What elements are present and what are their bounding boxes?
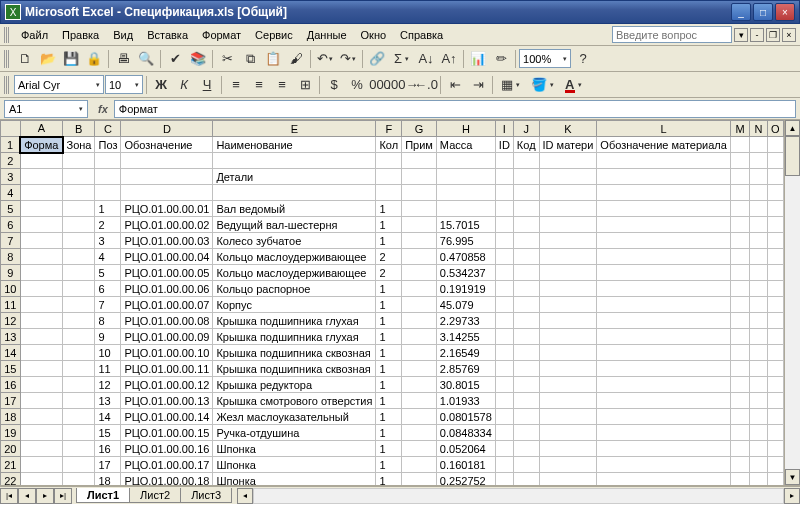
cell-L15[interactable]: [597, 361, 730, 377]
cell-N12[interactable]: [750, 313, 767, 329]
cell-I19[interactable]: [495, 425, 513, 441]
open-button[interactable]: 📂: [37, 48, 59, 70]
cell-J19[interactable]: [513, 425, 539, 441]
cell-N18[interactable]: [750, 409, 767, 425]
cell-M19[interactable]: [730, 425, 750, 441]
cell-M15[interactable]: [730, 361, 750, 377]
cell-H6[interactable]: 15.7015: [436, 217, 495, 233]
cell-I3[interactable]: [495, 169, 513, 185]
cell-B6[interactable]: [63, 217, 95, 233]
decrease-decimal-button[interactable]: ←.0: [415, 74, 437, 96]
cell-G14[interactable]: [402, 345, 437, 361]
cell-H7[interactable]: 76.995: [436, 233, 495, 249]
cell-J22[interactable]: [513, 473, 539, 486]
cell-A13[interactable]: [20, 329, 62, 345]
menu-справка[interactable]: Справка: [393, 27, 450, 43]
percent-button[interactable]: %: [346, 74, 368, 96]
cell-C9[interactable]: 5: [95, 265, 121, 281]
cell-G12[interactable]: [402, 313, 437, 329]
row-header-22[interactable]: 22: [1, 473, 21, 486]
cell-A6[interactable]: [20, 217, 62, 233]
cell-B8[interactable]: [63, 249, 95, 265]
cell-N19[interactable]: [750, 425, 767, 441]
cell-O2[interactable]: [767, 153, 783, 169]
cell-M14[interactable]: [730, 345, 750, 361]
cell-E15[interactable]: Крышка подшипника сквозная: [213, 361, 376, 377]
cell-K18[interactable]: [539, 409, 597, 425]
cell-B12[interactable]: [63, 313, 95, 329]
cell-G2[interactable]: [402, 153, 437, 169]
cell-J18[interactable]: [513, 409, 539, 425]
cell-O11[interactable]: [767, 297, 783, 313]
cell-J15[interactable]: [513, 361, 539, 377]
cell-G3[interactable]: [402, 169, 437, 185]
cell-L6[interactable]: [597, 217, 730, 233]
research-button[interactable]: 📚: [187, 48, 209, 70]
col-header-O[interactable]: O: [767, 121, 783, 137]
cell-G9[interactable]: [402, 265, 437, 281]
cell-D11[interactable]: РЦО.01.00.00.07: [121, 297, 213, 313]
row-header-8[interactable]: 8: [1, 249, 21, 265]
cell-B5[interactable]: [63, 201, 95, 217]
cell-I1[interactable]: ID: [495, 137, 513, 153]
cell-A4[interactable]: [20, 185, 62, 201]
menu-данные[interactable]: Данные: [300, 27, 354, 43]
cell-K14[interactable]: [539, 345, 597, 361]
cell-N15[interactable]: [750, 361, 767, 377]
cell-N2[interactable]: [750, 153, 767, 169]
col-header-E[interactable]: E: [213, 121, 376, 137]
workbook-close-button[interactable]: ×: [782, 28, 796, 42]
cell-J1[interactable]: Код: [513, 137, 539, 153]
cell-L16[interactable]: [597, 377, 730, 393]
cell-D17[interactable]: РЦО.01.00.00.13: [121, 393, 213, 409]
cell-G21[interactable]: [402, 457, 437, 473]
cell-M4[interactable]: [730, 185, 750, 201]
cell-I11[interactable]: [495, 297, 513, 313]
cell-C4[interactable]: [95, 185, 121, 201]
cell-A2[interactable]: [20, 153, 62, 169]
cell-E5[interactable]: Вал ведомый: [213, 201, 376, 217]
cell-A19[interactable]: [20, 425, 62, 441]
cell-E10[interactable]: Кольцо распорное: [213, 281, 376, 297]
cell-N4[interactable]: [750, 185, 767, 201]
scroll-down-button[interactable]: ▼: [785, 469, 800, 485]
cell-K11[interactable]: [539, 297, 597, 313]
cell-O15[interactable]: [767, 361, 783, 377]
cell-C10[interactable]: 6: [95, 281, 121, 297]
cell-N7[interactable]: [750, 233, 767, 249]
cell-A1[interactable]: Форма: [20, 137, 62, 153]
cell-F4[interactable]: [376, 185, 402, 201]
cell-D7[interactable]: РЦО.01.00.00.03: [121, 233, 213, 249]
cell-M20[interactable]: [730, 441, 750, 457]
cell-A3[interactable]: [20, 169, 62, 185]
cell-H10[interactable]: 0.191919: [436, 281, 495, 297]
cell-B21[interactable]: [63, 457, 95, 473]
print-button[interactable]: 🖶: [112, 48, 134, 70]
cell-G6[interactable]: [402, 217, 437, 233]
cell-F21[interactable]: 1: [376, 457, 402, 473]
cell-O16[interactable]: [767, 377, 783, 393]
maximize-button[interactable]: □: [753, 3, 773, 21]
cell-H22[interactable]: 0.252752: [436, 473, 495, 486]
preview-button[interactable]: 🔍: [135, 48, 157, 70]
cell-B4[interactable]: [63, 185, 95, 201]
cell-G4[interactable]: [402, 185, 437, 201]
menu-сервис[interactable]: Сервис: [248, 27, 300, 43]
menu-окно[interactable]: Окно: [354, 27, 394, 43]
cell-D9[interactable]: РЦО.01.00.00.05: [121, 265, 213, 281]
cell-L7[interactable]: [597, 233, 730, 249]
menu-вид[interactable]: Вид: [106, 27, 140, 43]
cell-H13[interactable]: 3.14255: [436, 329, 495, 345]
cell-E22[interactable]: Шпонка: [213, 473, 376, 486]
cell-E11[interactable]: Корпус: [213, 297, 376, 313]
cell-K6[interactable]: [539, 217, 597, 233]
cell-K15[interactable]: [539, 361, 597, 377]
scroll-right-button[interactable]: ▸: [784, 488, 800, 504]
cell-F16[interactable]: 1: [376, 377, 402, 393]
cell-C22[interactable]: 18: [95, 473, 121, 486]
cell-J10[interactable]: [513, 281, 539, 297]
cell-H1[interactable]: Масса: [436, 137, 495, 153]
cell-J16[interactable]: [513, 377, 539, 393]
cell-H12[interactable]: 2.29733: [436, 313, 495, 329]
cell-H9[interactable]: 0.534237: [436, 265, 495, 281]
